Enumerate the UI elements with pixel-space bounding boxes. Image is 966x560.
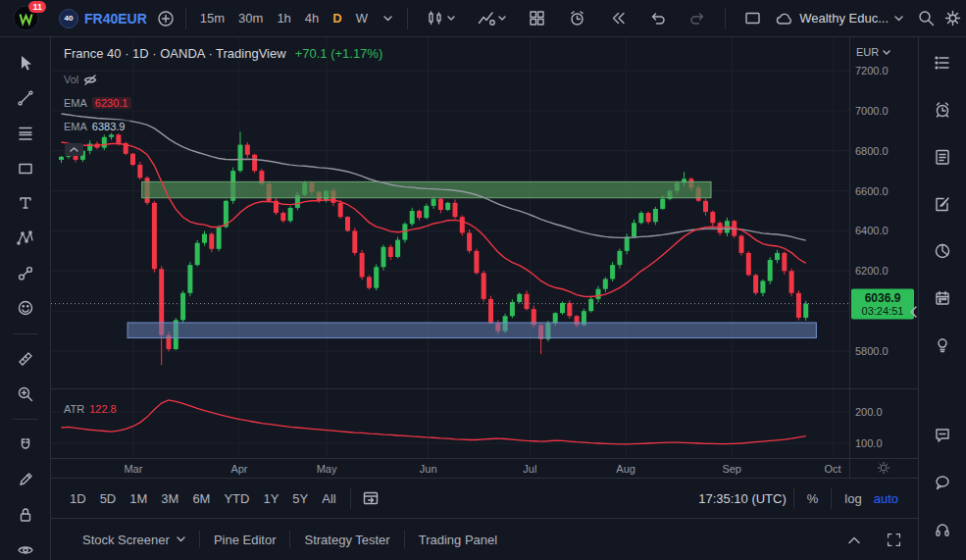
bottom-panel-tabs: Stock Screener Pine Editor Strategy Test… [51,518,918,560]
interval-30m-button[interactable]: 30m [231,7,270,29]
chevron-down-icon [894,16,903,22]
watchlist-button[interactable] [926,53,959,73]
ema-slow-legend[interactable]: EMA 6383.9 [59,120,130,133]
news-icon [933,147,952,167]
tab-trading-panel[interactable]: Trading Panel [405,527,511,553]
layout-grid-button[interactable] [524,5,550,32]
hotlists-button[interactable] [926,241,959,261]
eye-icon [16,540,35,560]
alert-button[interactable] [564,5,590,32]
tab-strategy-tester[interactable]: Strategy Tester [290,527,403,553]
calendar-icon [933,288,952,308]
interval-1h-button[interactable]: 1h [270,7,297,29]
fib-retracement-tool-button[interactable] [9,123,42,143]
chart-legend[interactable]: France 40 · 1D · OANDA · TradingView +70… [59,45,387,62]
hide-drawings-tool-button[interactable] [9,539,42,560]
sidebar-collapse-arrow[interactable] [910,304,918,320]
currency-selector[interactable]: EUR [856,46,890,58]
prediction-tool-button[interactable] [9,263,42,283]
ideas-button[interactable] [926,335,959,355]
alerts-button[interactable] [926,100,959,120]
support-zone[interactable] [127,323,816,338]
range-ytd-button[interactable]: YTD [217,487,256,510]
candlestick-chart-canvas[interactable]: 7200.07000.06800.06600.06400.06200.05800… [51,37,918,478]
bar-replay-button[interactable] [604,5,631,32]
clock-utc[interactable]: 17:35:10 (UTC) [698,491,787,506]
public-chat-button[interactable] [926,426,959,445]
magnet-icon [16,435,35,455]
percent-scale-button[interactable]: % [801,487,825,510]
cursor-tool-button[interactable] [9,53,42,74]
smiley-icon [16,298,35,318]
lock-tool-button[interactable] [9,505,42,526]
streams-button[interactable] [926,520,959,539]
timeaxis-settings-icon[interactable] [878,462,890,474]
emoji-tool-button[interactable] [9,298,42,319]
chevron-left-icon [910,306,917,318]
range-1d-button[interactable]: 1D [63,487,93,510]
maximize-panel-button[interactable] [881,526,906,553]
svg-text:6200.0: 6200.0 [855,265,889,277]
volume-legend[interactable]: Vol [59,73,102,86]
range-5d-button[interactable]: 5D [93,487,124,510]
range-3m-button[interactable]: 3M [154,487,185,510]
interval-1w-button[interactable]: W [349,7,375,29]
log-scale-button[interactable]: log [839,487,867,510]
shapes-tool-button[interactable] [9,158,42,178]
notes-button[interactable] [926,194,959,214]
measure-tool-button[interactable] [9,349,42,370]
indicators-button[interactable] [473,5,510,32]
currency-label: EUR [856,46,879,58]
collapse-panel-button[interactable] [841,526,867,553]
search-button[interactable] [913,5,940,32]
notification-count-badge: 11 [28,1,46,13]
interval-menu-button[interactable] [375,5,400,32]
range-5y-button[interactable]: 5Y [285,487,315,510]
auto-scale-button[interactable]: auto [868,487,904,510]
range-1y-button[interactable]: 1Y [256,487,285,510]
trend-line-tool-button[interactable] [9,88,42,109]
chart-type-button[interactable] [422,5,459,32]
grid-layout-icon [528,9,546,27]
interval-1d-button[interactable]: D [326,7,348,29]
tab-pine-editor[interactable]: Pine Editor [200,527,290,553]
interval-15m-button[interactable]: 15m [193,7,231,29]
cloud-icon [774,10,793,27]
text-tool-button[interactable] [9,193,42,214]
range-6m-button[interactable]: 6M [185,487,217,510]
svg-text:6800.0: 6800.0 [855,145,889,157]
ema-fast-legend[interactable]: EMA 6230.1 [59,96,136,110]
symbol-button[interactable]: FR40EUR [78,7,153,30]
chevron-up-icon [70,147,78,152]
app-logo[interactable]: 11 [0,0,51,37]
collapse-indicators-button[interactable] [65,143,83,156]
speech-bubble-icon [933,473,952,492]
tab-label: Trading Panel [419,533,497,547]
redo-button[interactable] [685,5,711,32]
range-all-button[interactable]: All [315,487,342,510]
xabcd-pattern-tool-button[interactable] [9,229,42,249]
chart-pane[interactable]: 7200.07000.06800.06600.06400.06200.05800… [51,37,918,478]
drawing-toolbar [0,37,51,560]
toolbar-separator [13,419,38,420]
toolbar-separator [13,333,38,334]
tab-stock-screener[interactable]: Stock Screener [69,527,199,553]
private-chat-button[interactable] [926,473,959,492]
undo-button[interactable] [644,5,671,32]
svg-text:Aug: Aug [616,463,636,475]
zoom-tool-button[interactable] [9,383,42,404]
settings-button[interactable] [940,5,966,32]
compare-add-symbol-button[interactable] [153,5,178,32]
resistance-zone[interactable] [142,181,711,197]
cloud-layout-menu-button[interactable]: Wealthy Educ... [774,10,903,27]
drawing-mode-tool-button[interactable] [9,470,42,490]
range-1m-button[interactable]: 1M [123,487,154,510]
news-button[interactable] [926,147,959,167]
calendar-button[interactable] [926,288,959,308]
atr-legend[interactable]: ATR 122.8 [59,402,122,416]
single-chart-layout-button[interactable] [739,5,766,32]
magnet-tool-button[interactable] [9,434,42,455]
lightbulb-icon [933,335,952,355]
go-to-date-button[interactable] [358,484,383,512]
interval-4h-button[interactable]: 4h [298,7,326,29]
